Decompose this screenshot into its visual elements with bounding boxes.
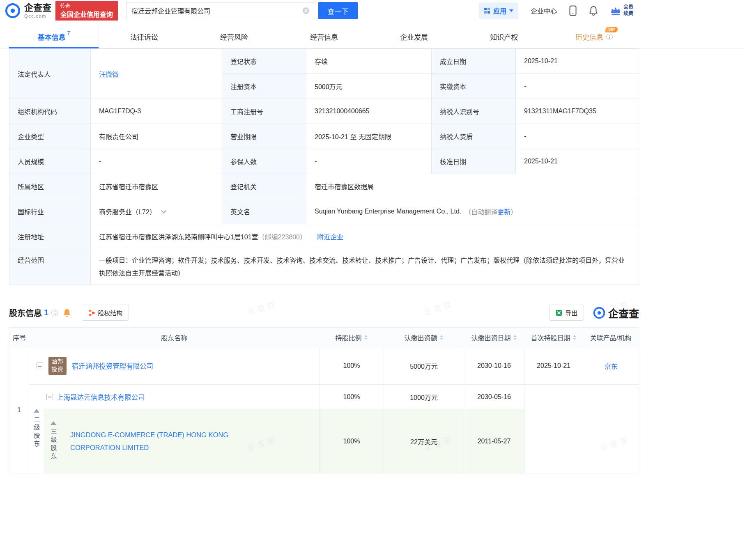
cell-amount-date: 2030-10-16	[464, 347, 524, 384]
field-value: MAG1F7DQ-3	[91, 99, 222, 124]
field-value: -	[516, 74, 639, 99]
promo-banner[interactable]: 传奇 全国企业信用查询	[55, 1, 118, 21]
cell-first-date: 2025-10-21	[524, 347, 583, 384]
member-line2: 续费	[623, 11, 633, 17]
field-label: 经营范围	[9, 249, 91, 285]
field-value: 2025-10-21	[516, 49, 639, 74]
apps-label: 应用	[493, 6, 506, 16]
cell-amount: 5000万元	[384, 347, 464, 384]
chevron-down-icon	[509, 9, 513, 12]
logo-name: 企查查	[24, 3, 51, 12]
avatar-line: 投资	[52, 366, 64, 374]
english-name-value: Suqian Yunbang Enterprise Management Co.…	[315, 208, 461, 215]
tab-intellectual-property[interactable]: 知识产权	[459, 25, 549, 48]
shareholder-name-link[interactable]: 上海晟达元信息技术有限公司	[57, 392, 145, 402]
chevron-down-icon[interactable]	[161, 208, 166, 213]
collapse-toggle-icon[interactable]	[37, 363, 43, 369]
clear-search-icon[interactable]	[302, 7, 310, 14]
cell-amount: 1000万元	[384, 384, 464, 409]
field-label: 纳税人资质	[432, 124, 516, 149]
export-button[interactable]: 导出	[549, 305, 584, 321]
sort-icon[interactable]	[573, 335, 576, 340]
shareholders-table-body: 1 涵邦 投资 宿迁涵邦投资管理有限公司 100% 5000万元 2030-10…	[9, 347, 639, 473]
apps-menu[interactable]: 应用	[479, 2, 518, 19]
qcc-logo[interactable]: 企查查 Qcc.com	[5, 3, 51, 18]
promo-line1: 传奇	[60, 2, 113, 10]
cell-amount-date: 2011-05-27	[464, 409, 524, 473]
tab-label: 历史信息	[575, 32, 603, 42]
tab-company-development[interactable]: 企业发展	[369, 25, 459, 48]
cell-related-product: 京东	[583, 347, 639, 384]
avatar-line: 涵邦	[52, 358, 64, 366]
field-value: 江苏省宿迁市宿豫区	[91, 174, 222, 199]
shareholders-count: 1	[44, 308, 48, 317]
apps-grid-icon	[484, 7, 490, 14]
collapse-triangle-icon[interactable]	[51, 421, 56, 425]
export-label: 导出	[565, 308, 577, 317]
level2-strip: 二级股东	[29, 384, 44, 473]
auto-translate-note: （自动翻译	[464, 207, 497, 216]
crown-icon	[610, 6, 621, 15]
cell-ratio: 100%	[319, 409, 384, 473]
search-button[interactable]: 查一下	[318, 2, 358, 19]
field-value: -	[306, 149, 432, 174]
tab-legal-litigation[interactable]: 法律诉讼	[99, 25, 189, 48]
empty-cell	[524, 384, 639, 473]
sort-icon[interactable]	[440, 335, 443, 340]
translate-update-link[interactable]: 更新	[497, 207, 510, 216]
equity-structure-button[interactable]: 股权结构	[82, 305, 129, 321]
tab-count-badge: 7	[67, 30, 70, 36]
nearby-companies-link[interactable]: 附近企业	[317, 232, 343, 241]
tab-label: 经营风险	[220, 32, 248, 42]
field-label: 实缴资本	[432, 74, 516, 99]
collapse-triangle-icon[interactable]	[34, 409, 39, 413]
qcc-logo-icon	[5, 3, 21, 18]
promo-line2: 全国企业信用查询	[60, 10, 113, 19]
col-header-amount-date: 认缴出资日期	[464, 328, 524, 347]
cell-amount-date: 2030-05-16	[464, 384, 524, 409]
field-label: 注册地址	[9, 224, 91, 249]
field-value: 321321000400665	[306, 99, 432, 124]
legal-rep-link[interactable]: 汪微微	[99, 69, 119, 79]
field-value: 有限责任公司	[91, 124, 222, 149]
field-label: 企业类型	[9, 124, 91, 149]
tab-operation-risk[interactable]: 经营风险	[189, 25, 279, 48]
member-renewal[interactable]: 会员 续费	[610, 4, 633, 17]
tab-basic-info[interactable]: 基本信息 7	[9, 25, 99, 48]
field-label: 纳税人识别号	[432, 99, 516, 124]
monitor-bell-icon[interactable]	[63, 308, 71, 317]
related-product-link[interactable]: 京东	[604, 361, 617, 371]
search-input[interactable]	[131, 7, 302, 15]
info-icon[interactable]	[606, 34, 613, 40]
cell-ratio: 100%	[319, 384, 384, 409]
tab-bar: 基本信息 7 法律诉讼 经营风险 经营信息 企业发展 知识产权 历史信息 VIP	[0, 25, 745, 48]
equity-structure-icon	[88, 310, 95, 316]
auto-translate-note-close: ）	[510, 207, 517, 216]
sort-icon[interactable]	[513, 335, 517, 340]
col-header-label: 首次持股日期	[531, 333, 570, 342]
col-header-related: 关联产品/机构	[583, 328, 639, 347]
notification-bell-icon[interactable]	[589, 6, 598, 16]
qcc-logo-icon	[593, 307, 605, 319]
tab-history-info[interactable]: 历史信息 VIP	[549, 25, 639, 48]
basic-info-table: 法定代表人 汪微微 登记状态 存续 成立日期 2025-10-21 注册资本 5…	[9, 48, 639, 285]
info-icon[interactable]	[51, 310, 58, 316]
field-value: 商务服务业（L72）	[99, 207, 156, 216]
enterprise-center-link[interactable]: 企业中心	[531, 6, 557, 16]
industry-dropdown[interactable]: 商务服务业（L72）	[91, 199, 222, 224]
equity-structure-label: 股权结构	[98, 308, 122, 317]
field-value: 宿迁市宿豫区数据局	[306, 174, 639, 199]
sort-icon[interactable]	[364, 335, 368, 340]
tab-operation-info[interactable]: 经营信息	[279, 25, 369, 48]
field-value: 存续	[306, 49, 432, 74]
shareholder-name-link[interactable]: 宿迁涵邦投资管理有限公司	[72, 361, 153, 371]
field-value: 91321311MAG1F7DQ35	[516, 99, 639, 124]
field-label: 国标行业	[9, 199, 91, 224]
table-row-shareholder-l3: JINGDONG E-COMMERCE (TRADE) HONG KONG CO…	[63, 409, 319, 473]
field-label: 英文名	[222, 199, 306, 224]
field-value: -	[91, 149, 222, 174]
collapse-toggle-icon[interactable]	[46, 394, 53, 400]
shareholder-name-link[interactable]: JINGDONG E-COMMERCE (TRADE) HONG KONG CO…	[70, 429, 280, 454]
col-header-first-date: 首次持股日期	[524, 328, 583, 347]
mobile-app-icon[interactable]	[569, 5, 577, 16]
